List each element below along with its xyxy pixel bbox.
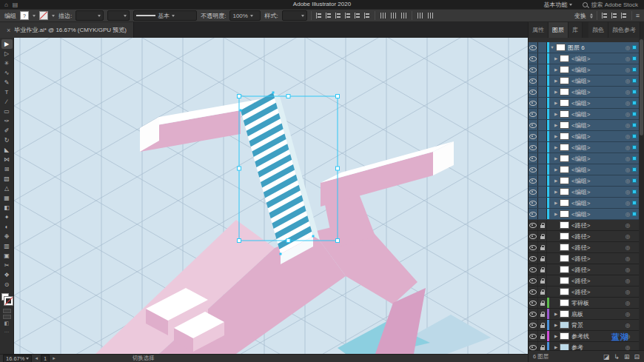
expand-arrow-icon[interactable]: ▶ xyxy=(553,101,559,105)
group-row[interactable]: ▶<编组>◎ xyxy=(529,187,639,198)
visibility-toggle-icon[interactable] xyxy=(529,142,538,152)
target-icon[interactable]: ◎ xyxy=(623,89,632,95)
new-sublayer-button[interactable]: ↳ xyxy=(614,353,620,361)
group-row[interactable]: ▶<编组>◎ xyxy=(529,131,639,142)
group-row[interactable]: ▶<编组>◎ xyxy=(529,175,639,187)
opacity-select[interactable]: 100% xyxy=(229,10,261,21)
target-icon[interactable]: ◎ xyxy=(623,56,632,62)
expand-arrow-icon[interactable]: ▶ xyxy=(553,312,559,316)
visibility-toggle-icon[interactable] xyxy=(529,198,538,208)
path-row[interactable]: <路径>◎ xyxy=(529,242,639,253)
layer-header-row[interactable]: ▼图层 6◎ xyxy=(529,42,639,53)
lock-icon[interactable] xyxy=(538,286,547,297)
expand-arrow-icon[interactable]: ▶ xyxy=(553,134,559,138)
lock-icon[interactable] xyxy=(538,275,547,286)
lock-icon[interactable] xyxy=(538,331,547,341)
canvas[interactable] xyxy=(14,38,528,354)
fill-caret-icon[interactable] xyxy=(33,15,36,17)
visibility-toggle-icon[interactable] xyxy=(529,64,538,75)
lock-cell[interactable] xyxy=(538,120,547,130)
path-row[interactable]: <路径>◎ xyxy=(529,286,639,298)
shape-builder-tool[interactable]: ▧ xyxy=(1,174,13,184)
fill-stroke-control[interactable] xyxy=(1,293,13,305)
expand-arrow-icon[interactable]: ▶ xyxy=(553,145,559,150)
distribute-left-icon[interactable] xyxy=(379,12,387,19)
visibility-toggle-icon[interactable] xyxy=(529,42,538,53)
target-icon[interactable]: ◎ xyxy=(623,289,632,295)
target-icon[interactable]: ◎ xyxy=(623,278,632,284)
lock-icon[interactable] xyxy=(538,220,547,230)
symbol-sprayer-tool[interactable]: ❉ xyxy=(1,232,13,241)
hand-tool[interactable]: ❖ xyxy=(1,270,13,280)
target-icon[interactable]: ◎ xyxy=(623,100,632,107)
mesh-tool[interactable]: ▦ xyxy=(1,193,13,203)
expand-arrow-icon[interactable]: ▶ xyxy=(553,156,559,161)
group-row[interactable]: ▶<编组>◎ xyxy=(529,198,639,209)
lock-icon[interactable] xyxy=(538,264,547,275)
visibility-toggle-icon[interactable] xyxy=(529,153,538,164)
named-row[interactable]: ▶底板◎ xyxy=(529,309,639,320)
pencil-tool[interactable]: ✐ xyxy=(1,126,13,135)
panel-tab-颜色[interactable]: 颜色 xyxy=(588,22,608,38)
expand-arrow-icon[interactable]: ▶ xyxy=(553,323,559,327)
expand-arrow-icon[interactable]: ▶ xyxy=(553,201,559,205)
visibility-toggle-icon[interactable] xyxy=(529,275,538,286)
expand-arrow-icon[interactable]: ▶ xyxy=(553,90,559,94)
target-icon[interactable]: ◎ xyxy=(623,155,632,162)
type-tool[interactable]: T xyxy=(1,87,13,97)
stock-search[interactable]: 搜索 Adobe Stock xyxy=(583,1,638,9)
target-icon[interactable]: ◎ xyxy=(623,44,632,51)
lock-cell[interactable] xyxy=(538,175,547,186)
expand-arrow-icon[interactable]: ▶ xyxy=(553,167,559,172)
visibility-toggle-icon[interactable] xyxy=(529,286,538,297)
target-icon[interactable]: ◎ xyxy=(623,322,632,329)
expand-arrow-icon[interactable]: ▶ xyxy=(553,67,559,72)
draw-normal-mode-icon[interactable] xyxy=(3,309,11,313)
expand-arrow-icon[interactable]: ▶ xyxy=(553,334,559,338)
group-row[interactable]: ▶<编组>◎ xyxy=(529,153,639,164)
visibility-toggle-icon[interactable] xyxy=(529,309,538,319)
visibility-toggle-icon[interactable] xyxy=(529,109,538,119)
document-tab[interactable]: × 毕业作业.ai* @ 16.67% (CMYK/GPU 预览) xyxy=(0,22,134,38)
handle-middle-left[interactable] xyxy=(238,167,241,170)
handle-top-left[interactable] xyxy=(238,95,241,98)
named-row[interactable]: 零碎板◎ xyxy=(529,298,639,309)
target-icon[interactable]: ◎ xyxy=(623,178,632,184)
draw-behind-mode-icon[interactable] xyxy=(3,315,11,319)
visibility-toggle-icon[interactable] xyxy=(529,331,538,341)
stroke-color-swatch[interactable] xyxy=(4,297,13,305)
lock-cell[interactable] xyxy=(538,109,547,119)
expand-arrow-icon[interactable]: ▼ xyxy=(549,45,555,50)
handle-middle-right[interactable] xyxy=(336,167,340,170)
target-icon[interactable]: ◎ xyxy=(623,133,632,140)
path-row[interactable]: <路径>◎ xyxy=(529,231,639,242)
expand-arrow-icon[interactable]: ▶ xyxy=(553,123,559,127)
column-graph-tool[interactable]: ▥ xyxy=(1,241,13,251)
expand-arrow-icon[interactable]: ▶ xyxy=(553,345,559,349)
make-clip-mask-button[interactable]: ◪ xyxy=(603,353,610,361)
close-icon[interactable]: × xyxy=(7,27,10,34)
transform-label[interactable]: 变换 xyxy=(574,12,586,20)
align-center-horizontal-icon[interactable] xyxy=(325,12,332,19)
target-icon[interactable]: ◎ xyxy=(623,200,632,207)
lock-icon[interactable] xyxy=(538,320,547,330)
target-icon[interactable]: ◎ xyxy=(623,144,632,151)
target-icon[interactable]: ◎ xyxy=(623,244,632,251)
handle-bottom-left[interactable] xyxy=(238,239,241,243)
visibility-toggle-icon[interactable] xyxy=(529,120,538,130)
width-tool[interactable]: ⋈ xyxy=(1,155,13,164)
style-select[interactable] xyxy=(282,10,307,21)
target-icon[interactable]: ◎ xyxy=(623,111,632,118)
group-row[interactable]: ▶<编组>◎ xyxy=(529,142,639,153)
visibility-toggle-icon[interactable] xyxy=(529,98,538,108)
lock-icon[interactable] xyxy=(538,231,547,241)
visibility-toggle-icon[interactable] xyxy=(529,187,538,197)
arrange-icon[interactable] xyxy=(620,12,628,19)
shape-mode-icon[interactable] xyxy=(601,12,608,19)
group-row[interactable]: ▶<编组>◎ xyxy=(529,76,639,87)
align-middle-vertical-icon[interactable] xyxy=(354,12,361,19)
panel-tab-库[interactable]: 库 xyxy=(568,22,583,38)
visibility-toggle-icon[interactable] xyxy=(529,131,538,141)
artboard-tool[interactable]: ▣ xyxy=(1,251,13,261)
previous-artboard-icon[interactable]: ◂ xyxy=(35,355,38,361)
